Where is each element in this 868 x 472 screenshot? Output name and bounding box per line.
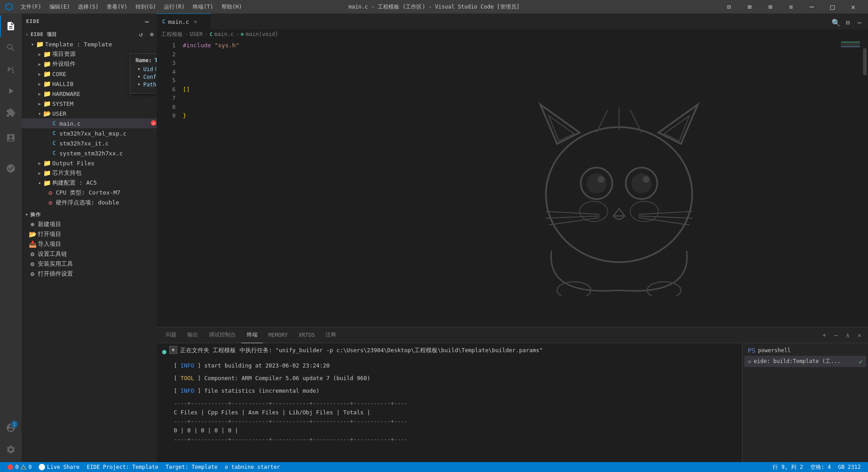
menu-help[interactable]: 帮助(H)	[218, 2, 246, 12]
tooltip-uid-val: 0101a5b5930a25e477b2bfe2a9f15459	[155, 66, 157, 72]
minimize-button[interactable]: ─	[801, 0, 822, 14]
layout-btn4[interactable]: ≡	[781, 0, 801, 14]
editor-scrollbar[interactable]	[862, 39, 868, 327]
template-root[interactable]: ▾ 📁 Template : Template	[22, 39, 157, 49]
menu-view[interactable]: 查看(V)	[103, 2, 131, 12]
tab-mainc[interactable]: C main.c ✕	[157, 14, 211, 29]
terminal-content[interactable]: ● ▣ 正在文件夹 工程模板 中执行任务: "unify_builder -p …	[157, 343, 742, 462]
activity-run[interactable]	[0, 80, 22, 102]
refresh-btn[interactable]: ↺	[136, 29, 146, 39]
editor-toolbar-search[interactable]: 🔍	[831, 18, 841, 27]
maximize-button[interactable]: □	[822, 0, 843, 14]
sidebar-item-system[interactable]: ▶ 📁 SYSTEM	[22, 99, 157, 109]
close-button[interactable]: ✕	[843, 0, 863, 14]
sidebar-item-cpu[interactable]: ⚙ CPU 类型: Cortex-M7	[22, 188, 157, 198]
sidebar-item-fpu[interactable]: ⚙ 硬件浮点选项: double	[22, 198, 157, 208]
terminal-tab-problems[interactable]: 问题	[160, 327, 182, 343]
terminal-maximize-btn[interactable]: ∧	[843, 330, 853, 340]
layout-btn[interactable]: ⊟	[719, 0, 739, 14]
statusbar-encoding[interactable]: GB 2312	[834, 462, 864, 472]
menu-file[interactable]: 文件(F)	[17, 2, 45, 12]
cursor-label: 行 9, 列 2	[773, 463, 803, 471]
tab-close-btn[interactable]: ✕	[192, 18, 199, 25]
breadcrumb-user[interactable]: USER	[190, 31, 203, 37]
terminal-tab-terminal[interactable]: 终端	[241, 327, 263, 343]
layout-btn2[interactable]: ⊠	[739, 0, 760, 14]
code-editor[interactable]: 1 2 3 4 5 6 7 8 9 #include "sys.h"	[157, 39, 868, 327]
ops-header[interactable]: ▾ 操作	[22, 209, 157, 219]
activity-search[interactable]	[0, 37, 22, 59]
op-import-project[interactable]: 📥 导入项目	[22, 239, 157, 249]
op-install-utils[interactable]: ⚙ 安装实用工具	[22, 259, 157, 269]
terminal-area: 问题 输出 调试控制台 终端 MEMORY XRTOS 注释 + ⋯ ∧ ✕	[157, 327, 868, 462]
terminal-ps-item[interactable]: PS powershell	[744, 345, 866, 356]
activity-settings[interactable]	[0, 439, 22, 460]
menu-select[interactable]: 选择(S)	[74, 2, 102, 12]
it-icon: C	[50, 140, 58, 147]
breadcrumb-file[interactable]: main.c	[214, 31, 234, 37]
op-open-project[interactable]: 📂 打开项目	[22, 229, 157, 239]
statusbar-eide[interactable]: EIDE Project: Template	[83, 462, 162, 472]
sidebar-item-system-c[interactable]: C system_stm32h7xx.c	[22, 148, 157, 158]
build-label: 构建配置 : AC5	[52, 179, 97, 187]
statusbar-target[interactable]: Target: Template	[162, 462, 222, 472]
target-label: Target: Template	[166, 464, 218, 470]
spaces-label: 空格: 4	[810, 463, 831, 471]
terminal-tab-memory[interactable]: MEMORY	[263, 327, 293, 343]
open-project-label: 打开项目	[38, 230, 61, 238]
sidebar-item-user[interactable]: ▾ 📂 USER	[22, 109, 157, 118]
install-icon: ⚙	[29, 260, 36, 268]
layout-btn3[interactable]: ⊞	[760, 0, 781, 14]
menu-edit[interactable]: 编辑(E)	[46, 2, 74, 12]
menu-terminal[interactable]: 终端(T)	[189, 2, 217, 12]
activity-eide[interactable]	[0, 127, 22, 149]
statusbar-tabnine-left[interactable]: o tabnine starter	[221, 462, 284, 472]
system-c-arrow	[47, 150, 50, 157]
sidebar-item-mainc[interactable]: C main.c ✕	[22, 118, 157, 128]
breadcrumb-root[interactable]: 工程模板	[161, 31, 183, 38]
new-project-icon-btn[interactable]: ⊕	[147, 29, 157, 39]
sidebar-item-build[interactable]: ▾ 📁 构建配置 : AC5	[22, 178, 157, 188]
tooltip-name-label: Name:	[136, 57, 152, 64]
code-content[interactable]: #include "sys.h" [] }	[179, 39, 839, 327]
editor-toolbar-split[interactable]: ⊟	[843, 18, 853, 27]
menu-run[interactable]: 运行(R)	[160, 2, 188, 12]
terminal-tab-output[interactable]: 输出	[182, 327, 203, 343]
activity-account[interactable]: 1	[0, 417, 22, 439]
open-project-icon: 📂	[29, 231, 36, 238]
collapse-all-btn[interactable]: ⋯	[142, 17, 152, 27]
terminal-tab-notes[interactable]: 注释	[320, 327, 342, 343]
menu-goto[interactable]: 转到(G)	[132, 2, 160, 12]
editor-toolbar-more[interactable]: ⋯	[854, 18, 864, 27]
terminal-tab-xrtos[interactable]: XRTOS	[293, 327, 320, 343]
statusbar-cursor[interactable]: 行 9, 列 2	[769, 462, 806, 472]
sidebar-item-hal-msp[interactable]: C stm32h7xx_hal_msp.c	[22, 128, 157, 138]
tooltip-config-row: • Config Template	[136, 74, 157, 80]
terminal-add-btn[interactable]: +	[819, 330, 829, 340]
statusbar-errors[interactable]: 0 0	[4, 462, 35, 472]
code-line-5	[179, 76, 839, 85]
terminal-close-btn[interactable]: ✕	[854, 330, 864, 340]
mainc-label: main.c	[59, 120, 81, 127]
error-count: 0	[15, 464, 18, 470]
op-plugin-settings[interactable]: ⚙ 打开插件设置	[22, 269, 157, 279]
editor-area: C main.c ✕ 🔍 ⊟ ⋯ 工程模板 › USER › C main.c …	[157, 14, 868, 462]
activity-remote[interactable]	[0, 158, 22, 179]
activity-git[interactable]	[0, 59, 22, 80]
sidebar-item-it[interactable]: C stm32h7xx_it.c	[22, 138, 157, 148]
activity-extensions[interactable]	[0, 102, 22, 123]
terminal-tab-debug[interactable]: 调试控制台	[203, 327, 241, 343]
terminal-eide-item[interactable]: ⚙ eide: build:Template (工... ✓	[744, 356, 866, 367]
op-set-toolchain[interactable]: ⚙ 设置工具链	[22, 249, 157, 259]
terminal-sep3: ----+-----------+-----------+-----------…	[174, 435, 407, 444]
sidebar-header: EIDE ⋯	[22, 14, 157, 29]
project-root-header[interactable]: ▾ EIDE 项目 ↺ ⊕	[22, 29, 157, 39]
sidebar-item-output[interactable]: ▶ 📁 Output Files	[22, 158, 157, 168]
statusbar-liveshare[interactable]: Live Share	[35, 462, 83, 472]
op-new-project[interactable]: ⊕ 新建项目	[22, 219, 157, 229]
activity-explorer[interactable]	[0, 15, 22, 37]
statusbar-spaces[interactable]: 空格: 4	[807, 462, 835, 472]
sidebar-item-chip[interactable]: ▶ 📁 芯片支持包	[22, 168, 157, 178]
terminal-more-btn[interactable]: ⋯	[831, 330, 841, 340]
breadcrumb-func[interactable]: main(void)	[246, 31, 278, 37]
